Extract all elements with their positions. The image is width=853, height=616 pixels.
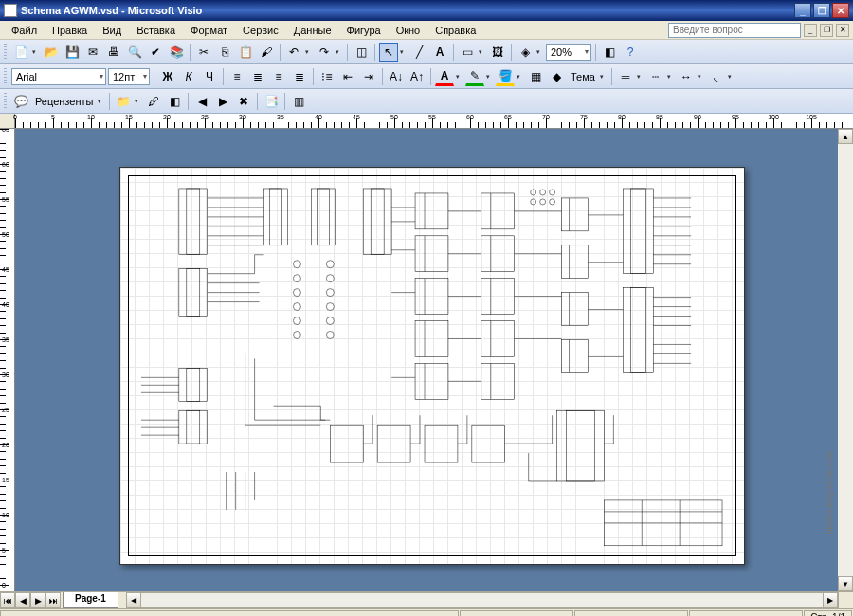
align-justify-button[interactable]: ≣: [290, 67, 309, 86]
tab-prev-button[interactable]: ◀: [15, 592, 30, 608]
insert-comment-button[interactable]: 💬: [11, 92, 30, 111]
line-ends-dropdown[interactable]: ▾: [698, 73, 705, 81]
vertical-scrollbar[interactable]: ▲ ▼: [838, 129, 853, 591]
rectangle-tool-button[interactable]: ▭: [458, 43, 477, 62]
text-tool-button[interactable]: A: [430, 43, 449, 62]
theme-dropdown[interactable]: ▾: [600, 73, 608, 81]
doc-minimize-button[interactable]: _: [804, 24, 817, 37]
underline-button[interactable]: Ч: [200, 67, 219, 86]
line-pattern-dropdown[interactable]: ▾: [667, 73, 675, 81]
zoom-combo[interactable]: 20%: [546, 44, 591, 61]
tab-next-button[interactable]: ▶: [30, 592, 45, 608]
increase-font-button[interactable]: A↑: [408, 67, 426, 86]
help-button[interactable]: ?: [621, 43, 640, 62]
align-right-button[interactable]: ≡: [269, 67, 288, 86]
connector-tool-button[interactable]: ╱: [409, 43, 428, 62]
drawing-canvas[interactable]: nkram.livejournal.com: [15, 129, 838, 591]
spelling-button[interactable]: ✔: [146, 43, 165, 62]
font-color-dropdown[interactable]: ▾: [456, 73, 463, 81]
vertical-ruler[interactable]: 65605550454035302520151050: [0, 129, 15, 591]
save-button[interactable]: 💾: [63, 43, 82, 62]
italic-button[interactable]: К: [179, 67, 198, 86]
line-weight-dropdown[interactable]: ▾: [637, 73, 644, 81]
copy-button[interactable]: ⎘: [215, 43, 234, 62]
horizontal-ruler[interactable]: 0510152025303540455055606570758085909510…: [0, 114, 853, 129]
ink-tool-button[interactable]: 🖊: [144, 92, 163, 111]
drawing-explorer-button[interactable]: ◧: [600, 43, 619, 62]
cut-button[interactable]: ✂: [194, 43, 213, 62]
previous-markup-button[interactable]: ◀: [192, 92, 211, 111]
print-preview-button[interactable]: 🔍: [125, 43, 144, 62]
menu-shape[interactable]: Фигура: [339, 23, 389, 38]
decrease-font-button[interactable]: A↓: [387, 67, 406, 86]
redo-button[interactable]: ↷: [315, 43, 334, 62]
increase-indent-button[interactable]: ⇥: [359, 67, 378, 86]
connection-point-button[interactable]: ◈: [516, 43, 535, 62]
markup-dropdown[interactable]: ▾: [135, 98, 142, 105]
toolbar-grip[interactable]: [4, 44, 7, 61]
line-pattern-button[interactable]: ┄: [646, 67, 665, 86]
shadow-button[interactable]: ▦: [526, 67, 545, 86]
eraser-button[interactable]: ◧: [165, 92, 184, 111]
email-button[interactable]: ✉: [83, 43, 102, 62]
menu-file[interactable]: Файл: [4, 23, 45, 38]
line-color-dropdown[interactable]: ▾: [486, 73, 494, 81]
track-markup-button[interactable]: 📑: [262, 92, 281, 111]
reviewers-dropdown[interactable]: ▾: [98, 98, 105, 105]
scroll-right-button[interactable]: ▶: [823, 592, 838, 608]
paste-button[interactable]: 📋: [236, 43, 255, 62]
scroll-left-button[interactable]: ◀: [126, 592, 141, 608]
decrease-indent-button[interactable]: ⇤: [338, 67, 357, 86]
menu-window[interactable]: Окно: [389, 23, 428, 38]
fill-color-button[interactable]: 🪣: [496, 67, 515, 86]
align-left-button[interactable]: ≡: [227, 67, 246, 86]
minimize-button[interactable]: _: [794, 3, 811, 18]
page-tab-1[interactable]: Page-1: [63, 592, 118, 608]
pointer-dropdown[interactable]: ▾: [400, 48, 408, 56]
menu-view[interactable]: Вид: [95, 23, 129, 38]
menu-insert[interactable]: Вставка: [129, 23, 183, 38]
reviewers-label[interactable]: Рецензенты: [32, 96, 96, 107]
toolbar-grip[interactable]: [4, 68, 7, 85]
bullets-button[interactable]: ⁝≡: [318, 67, 336, 86]
line-ends-button[interactable]: ↔: [677, 67, 696, 86]
print-button[interactable]: 🖶: [104, 43, 123, 62]
next-markup-button[interactable]: ▶: [213, 92, 232, 111]
reviewing-pane-button[interactable]: ▥: [289, 92, 308, 111]
open-button[interactable]: 📂: [42, 43, 61, 62]
scroll-down-button[interactable]: ▼: [838, 576, 853, 591]
shapes-pane-button[interactable]: ◫: [352, 43, 371, 62]
doc-restore-button[interactable]: ❐: [820, 24, 833, 37]
corner-dropdown[interactable]: ▾: [728, 73, 735, 81]
pointer-tool-button[interactable]: ↖: [379, 43, 398, 62]
doc-close-button[interactable]: ✕: [836, 24, 849, 37]
bold-button[interactable]: Ж: [158, 67, 177, 86]
schematic-drawing[interactable]: [132, 179, 733, 553]
line-weight-button[interactable]: ═: [616, 67, 635, 86]
menu-data[interactable]: Данные: [286, 23, 339, 38]
menu-edit[interactable]: Правка: [45, 23, 95, 38]
scroll-up-button[interactable]: ▲: [838, 129, 853, 144]
connection-dropdown[interactable]: ▾: [536, 48, 544, 56]
insert-picture-button[interactable]: 🖼: [488, 43, 507, 62]
toolbar-grip[interactable]: [4, 93, 7, 110]
menu-help[interactable]: Справка: [427, 23, 483, 38]
theme-button[interactable]: ◆: [547, 67, 566, 86]
delete-markup-button[interactable]: ✖: [234, 92, 253, 111]
undo-button[interactable]: ↶: [284, 43, 303, 62]
font-color-button[interactable]: A: [435, 67, 454, 86]
format-painter-button[interactable]: 🖌: [257, 43, 276, 62]
horizontal-scrollbar[interactable]: ◀ ▶: [126, 592, 838, 608]
tab-first-button[interactable]: ⏮: [0, 592, 15, 608]
new-button[interactable]: 📄: [11, 43, 30, 62]
new-dropdown[interactable]: ▾: [32, 48, 40, 56]
tab-last-button[interactable]: ⏭: [45, 592, 61, 608]
show-markup-button[interactable]: 📁: [114, 92, 133, 111]
scroll-track-h[interactable]: [141, 592, 823, 608]
undo-dropdown[interactable]: ▾: [305, 48, 313, 56]
drawing-page[interactable]: [119, 167, 745, 565]
font-size-combo[interactable]: 12пт: [108, 68, 150, 85]
menu-tools[interactable]: Сервис: [235, 23, 286, 38]
rectangle-dropdown[interactable]: ▾: [479, 48, 486, 56]
help-search-input[interactable]: [668, 23, 801, 38]
